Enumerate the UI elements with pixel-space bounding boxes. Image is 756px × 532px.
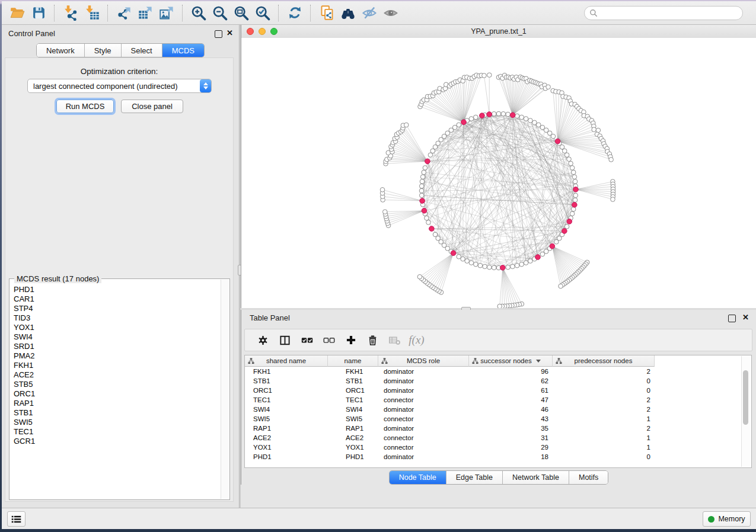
show-all-button[interactable]	[380, 4, 401, 23]
network-window-titlebar[interactable]: YPA_prune.txt_1	[241, 25, 756, 39]
table-row[interactable]: TEC1TEC1connector472	[245, 395, 751, 405]
zoom-out-button[interactable]	[209, 4, 231, 23]
import-table-button[interactable]	[81, 4, 103, 23]
mcds-result-node[interactable]: YOX1	[11, 323, 221, 332]
show-columns-button[interactable]	[274, 331, 296, 349]
clone-network-button[interactable]	[316, 4, 337, 23]
mcds-result-node[interactable]: FKH1	[11, 361, 221, 370]
table-toolbar: f(x)	[244, 329, 752, 351]
memory-button[interactable]: Memory	[703, 511, 751, 527]
import-network-button[interactable]	[60, 4, 81, 23]
table-row[interactable]: RAP1RAP1dominator352	[245, 424, 751, 433]
export-image-button[interactable]	[156, 4, 177, 23]
cell-successor_nodes: 43	[469, 414, 553, 424]
refresh-layout-button[interactable]	[284, 4, 305, 23]
control-panel-float-button[interactable]	[215, 30, 222, 38]
table-header-row: shared namenameMCDS rolesuccessor nodesp…	[245, 355, 655, 367]
columns-icon	[279, 335, 291, 346]
mcds-result-node[interactable]: ACE2	[11, 370, 221, 380]
tab-network[interactable]: Network	[37, 44, 85, 57]
zoom-selected-button[interactable]	[252, 4, 273, 23]
zoom-in-button[interactable]	[188, 4, 209, 23]
table-row[interactable]: STB1STB1dominator620	[245, 376, 751, 386]
mcds-result-node[interactable]: SRD1	[11, 342, 221, 351]
cell-predecessor_nodes: 2	[553, 405, 655, 414]
table-settings-button[interactable]	[252, 331, 274, 349]
cell-name: FKH1	[328, 367, 378, 376]
table-panel-title: Table Panel	[250, 313, 290, 322]
mcds-result-title: MCDS result (17 nodes)	[14, 274, 101, 283]
save-session-button[interactable]	[28, 4, 49, 23]
cell-successor_nodes: 46	[469, 405, 553, 414]
cell-predecessor_nodes: 0	[553, 376, 655, 386]
tab-edge-table[interactable]: Edge Table	[446, 471, 503, 484]
create-column-button[interactable]	[340, 331, 362, 349]
mcds-result-node[interactable]: PHD1	[11, 285, 221, 294]
task-history-button[interactable]	[7, 511, 25, 527]
table-row[interactable]: FKH1FKH1dominator962	[245, 367, 751, 376]
cell-name: ORC1	[328, 386, 378, 395]
tab-mcds[interactable]: MCDS	[162, 44, 204, 57]
mcds-result-node[interactable]: CAR1	[11, 294, 221, 304]
cell-shared_name: SWI5	[245, 414, 328, 424]
mcds-result-node[interactable]: STP4	[11, 304, 221, 313]
run-mcds-button[interactable]: Run MCDS	[56, 100, 114, 113]
table-row[interactable]: YOX1YOX1connector291	[245, 443, 751, 452]
mcds-result-node[interactable]: PMA2	[11, 351, 221, 361]
network-canvas[interactable]	[241, 38, 756, 332]
close-panel-button[interactable]: Close panel	[121, 100, 183, 113]
hide-selected-button[interactable]	[359, 4, 380, 23]
export-network-button[interactable]	[113, 4, 135, 23]
delete-column-button[interactable]	[362, 331, 384, 349]
tab-select[interactable]: Select	[122, 44, 162, 57]
table-scrollbar-thumb[interactable]	[743, 370, 748, 425]
cell-predecessor_nodes: 2	[553, 395, 655, 405]
table-row[interactable]: SWI4SWI4dominator462	[245, 405, 751, 414]
mcds-result-node[interactable]: STB5	[11, 380, 221, 389]
tab-network-table[interactable]: Network Table	[503, 471, 569, 484]
mcds-result-node[interactable]: ORC1	[11, 389, 221, 399]
search-input[interactable]	[601, 8, 742, 18]
table-row[interactable]: ORC1ORC1dominator610	[245, 386, 751, 395]
clear-all-checkboxes-button[interactable]	[318, 331, 340, 349]
mcds-result-node[interactable]: STB1	[11, 408, 221, 418]
table-panel-float-button[interactable]	[728, 315, 736, 322]
cell-predecessor_nodes: 2	[553, 367, 655, 376]
mcds-result-node[interactable]: SWI4	[11, 332, 221, 342]
table-row[interactable]: PHD1PHD1dominator180	[245, 452, 751, 462]
control-panel: Control Panel ✕ NetworkStyleSelectMCDS O…	[2, 25, 239, 508]
column-header-shared-name[interactable]: shared name	[245, 355, 328, 367]
open-session-button[interactable]	[7, 4, 28, 23]
cell-mcds_role: dominator	[378, 424, 469, 433]
toolbar-separator	[182, 5, 183, 21]
tab-style[interactable]: Style	[85, 44, 122, 57]
column-header-MCDS-role[interactable]: MCDS role	[378, 355, 469, 367]
cell-mcds_role: dominator	[378, 367, 469, 376]
toolbar-separator	[310, 5, 311, 21]
toolbar-separator	[54, 5, 55, 21]
tab-node-table[interactable]: Node Table	[390, 471, 446, 484]
cell-name: ACE2	[328, 433, 378, 443]
zoom-fit-button[interactable]	[231, 4, 252, 23]
import-table-icon	[84, 5, 100, 21]
mcds-result-node[interactable]: TID3	[11, 313, 221, 323]
mcds-result-node[interactable]: RAP1	[11, 399, 221, 408]
criterion-select[interactable]: largest connected component (undirected)	[27, 79, 212, 93]
delete-table-icon	[388, 334, 401, 347]
table-panel-close-button[interactable]: ✕	[742, 313, 749, 322]
control-panel-close-button[interactable]: ✕	[227, 29, 233, 37]
column-header-name[interactable]: name	[328, 355, 378, 367]
tab-motifs[interactable]: Motifs	[569, 471, 608, 484]
mcds-result-node[interactable]: GCR1	[11, 437, 221, 446]
table-row[interactable]: SWI5SWI5connector431	[245, 414, 751, 424]
mcds-result-scrollbar[interactable]	[221, 280, 229, 499]
column-header-predecessor-nodes[interactable]: predecessor nodes	[553, 355, 655, 367]
mcds-result-node[interactable]: TEC1	[11, 427, 221, 437]
column-header-successor-nodes[interactable]: successor nodes	[469, 355, 553, 367]
mcds-result-node[interactable]: SWI5	[11, 418, 221, 427]
search-binoculars-button[interactable]	[337, 4, 359, 23]
table-scrollbar[interactable]	[741, 356, 750, 467]
export-table-button[interactable]	[135, 4, 156, 23]
table-row[interactable]: ACE2ACE2connector311	[245, 433, 751, 443]
select-all-checkboxes-button[interactable]	[296, 331, 318, 349]
